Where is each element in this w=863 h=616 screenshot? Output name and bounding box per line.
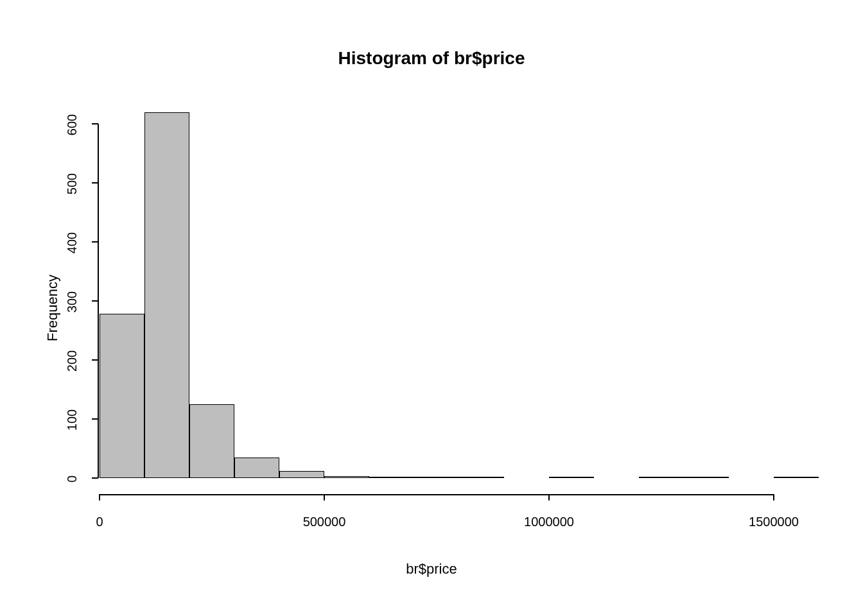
y-tick-label: 500 bbox=[65, 165, 80, 203]
y-tick bbox=[92, 477, 98, 479]
chart-title: Histogram of br$price bbox=[0, 48, 863, 69]
histogram-chart: Histogram of br$price Frequency br$price… bbox=[0, 0, 863, 616]
histogram-bar bbox=[549, 477, 594, 478]
x-axis-label: br$price bbox=[0, 561, 863, 578]
histogram-bar bbox=[279, 471, 324, 478]
y-tick bbox=[92, 123, 98, 124]
histogram-bar bbox=[100, 314, 144, 478]
y-tick bbox=[92, 182, 98, 184]
x-tick bbox=[324, 494, 325, 501]
histogram-bar bbox=[774, 477, 819, 478]
histogram-bar bbox=[189, 404, 234, 478]
histogram-bar bbox=[369, 477, 414, 478]
y-tick-label: 400 bbox=[65, 224, 80, 262]
histogram-bar bbox=[144, 112, 189, 478]
histogram-bar bbox=[414, 477, 459, 478]
y-tick-label: 300 bbox=[65, 283, 80, 321]
histogram-bar bbox=[324, 476, 369, 478]
y-tick-label: 0 bbox=[65, 460, 80, 499]
x-axis-line bbox=[100, 494, 774, 495]
x-tick-label: 0 bbox=[96, 515, 103, 529]
x-tick bbox=[99, 494, 100, 501]
x-tick bbox=[773, 494, 774, 501]
histogram-bar bbox=[639, 477, 684, 478]
y-axis-label: Frequency bbox=[44, 275, 61, 341]
x-tick-label: 1000000 bbox=[524, 515, 574, 529]
y-tick bbox=[92, 359, 98, 361]
y-tick-label: 200 bbox=[65, 342, 80, 381]
y-tick bbox=[92, 241, 98, 243]
y-tick-label: 100 bbox=[65, 401, 80, 440]
x-tick-label: 1500000 bbox=[749, 515, 799, 529]
y-tick bbox=[92, 300, 98, 302]
plot-area bbox=[100, 112, 819, 478]
bars-container bbox=[100, 112, 819, 478]
y-tick-label: 600 bbox=[65, 106, 80, 144]
y-tick bbox=[92, 418, 98, 420]
histogram-bar bbox=[459, 477, 504, 478]
histogram-bar bbox=[234, 458, 279, 478]
x-tick-label: 500000 bbox=[303, 515, 346, 529]
histogram-bar bbox=[684, 477, 729, 478]
x-tick bbox=[548, 494, 550, 501]
